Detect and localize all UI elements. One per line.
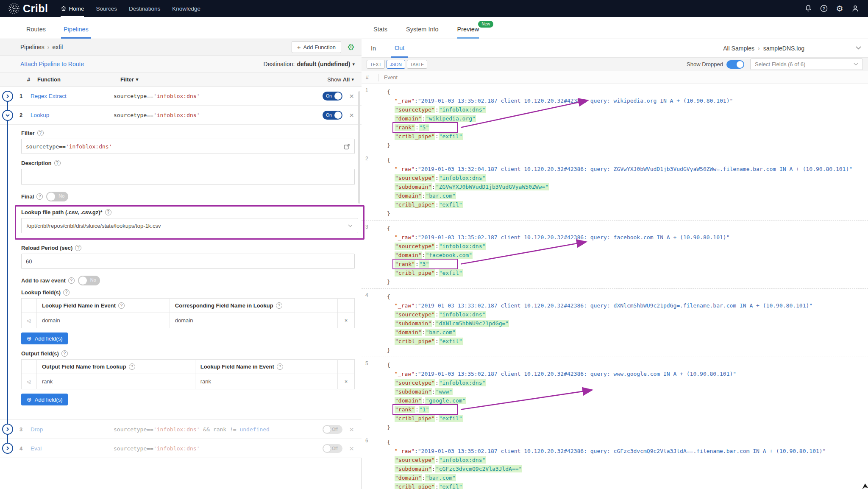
output-field-event-input[interactable]: rank xyxy=(195,374,337,389)
col-filter[interactable]: Filter ▾ xyxy=(120,76,327,83)
add-to-raw-toggle[interactable]: No xyxy=(78,276,100,285)
function-row-drop[interactable]: ⣿3Dropsourcetype=='infoblox:dns' && rank… xyxy=(0,420,362,439)
help-icon[interactable]: ? xyxy=(61,350,68,357)
pipeline-settings-gear-icon[interactable]: ⚙ xyxy=(347,43,355,51)
final-toggle[interactable]: No xyxy=(46,192,68,201)
json-key: "sourcetype" xyxy=(395,243,435,250)
add-lookup-fields-button[interactable]: ⊕ Add field(s) xyxy=(21,333,68,344)
lookup-fields-label: Lookup field(s)? xyxy=(21,289,355,296)
remove-row-icon[interactable]: × xyxy=(338,313,355,328)
function-enabled-toggle[interactable]: Off xyxy=(323,425,342,434)
help-icon[interactable]: ? xyxy=(75,245,81,251)
select-fields-dropdown[interactable]: Select Fields (6 of 6) xyxy=(750,59,863,70)
json-value: "bar.com" xyxy=(425,329,456,336)
toggle-state-label: No xyxy=(90,277,96,282)
reload-period-value: 60 xyxy=(26,258,32,265)
nav-item-sources[interactable]: Sources xyxy=(96,0,117,17)
tab-preview[interactable]: Preview New xyxy=(457,26,479,39)
help-icon[interactable]: ? xyxy=(276,302,282,309)
collapse-function-1-button[interactable] xyxy=(2,91,13,102)
remove-function-icon[interactable]: × xyxy=(349,111,354,119)
help-icon[interactable]: ? xyxy=(54,160,61,166)
help-icon[interactable]: ? xyxy=(36,193,43,200)
view-mode-table[interactable]: TABLE xyxy=(407,60,427,69)
drag-handle-icon[interactable]: ⩿ xyxy=(22,313,37,328)
chevron-down-icon: ▾ xyxy=(352,61,355,67)
show-dropped-toggle[interactable] xyxy=(726,60,744,69)
help-icon[interactable]: ? xyxy=(820,4,828,13)
pipeline-editor-panel: Routes Pipelines Pipelines › exfil + Add… xyxy=(0,17,362,489)
sample-breadcrumb[interactable]: All Samples › sampleDNS.log xyxy=(723,39,804,58)
breadcrumb-root[interactable]: Pipelines xyxy=(20,44,45,50)
user-account-icon[interactable] xyxy=(851,4,860,13)
event-field-rank: "rank":"3" xyxy=(362,260,868,268)
function-row-lookup[interactable]: ⣿2Lookupsourcetype=='infoblox:dns'On× xyxy=(0,106,362,125)
event-row[interactable]: 5{"_raw":"2019-01-03 13:35:02.187 client… xyxy=(362,357,868,434)
notifications-bell-icon[interactable] xyxy=(804,4,812,13)
event-row[interactable]: 6{"_raw":"2019-01-03 13:35:02.187 client… xyxy=(362,434,868,489)
function-name-link[interactable]: Lookup xyxy=(31,112,114,118)
description-input[interactable] xyxy=(21,169,355,185)
add-function-button[interactable]: + Add Function xyxy=(292,41,341,53)
json-value: "infoblox:dns" xyxy=(439,243,486,250)
lookup-path-select[interactable]: /opt/cribl/repos/cribl/dist/sluice/state… xyxy=(21,218,358,233)
toggle-knob xyxy=(334,92,342,100)
destination-selector[interactable]: Destination: default (undefined) ▾ xyxy=(264,61,355,67)
help-icon[interactable]: ? xyxy=(68,277,75,284)
lookup-field-event-input[interactable]: domain xyxy=(37,313,170,328)
help-icon[interactable]: ? xyxy=(277,363,283,370)
remove-function-icon[interactable]: × xyxy=(349,425,354,433)
tab-in[interactable]: In xyxy=(368,39,378,58)
event-row[interactable]: 2{"_raw":"2019-01-03 13:32:04.187 client… xyxy=(362,152,868,221)
filter-input[interactable]: sourcetype=='infoblox:dns' xyxy=(21,139,355,154)
help-icon[interactable]: ? xyxy=(37,130,44,136)
settings-gear-icon[interactable]: ⚙ xyxy=(835,4,844,13)
collapse-function-3-button[interactable] xyxy=(2,424,13,435)
tab-system-info[interactable]: System Info xyxy=(406,26,439,39)
attach-pipeline-link[interactable]: Attach Pipeline to Route xyxy=(20,61,84,67)
view-mode-json[interactable]: JSON xyxy=(387,60,405,69)
app-body: Routes Pipelines Pipelines › exfil + Add… xyxy=(0,17,868,489)
function-name-link[interactable]: Regex Extract xyxy=(31,93,114,99)
tab-pipelines[interactable]: Pipelines xyxy=(61,26,91,39)
cribl-logo[interactable]: Cribl xyxy=(8,3,48,15)
nav-item-knowledge[interactable]: Knowledge xyxy=(172,0,200,17)
expand-editor-icon[interactable] xyxy=(344,143,350,150)
event-row[interactable]: 1{"_raw":"2019-01-03 13:35:02.187 client… xyxy=(362,84,868,152)
event-list[interactable]: 1{"_raw":"2019-01-03 13:35:02.187 client… xyxy=(362,84,868,489)
drag-handle-icon[interactable]: ⩿ xyxy=(22,374,37,389)
function-row-regex-extract[interactable]: ⣿1Regex Extractsourcetype=='infoblox:dns… xyxy=(0,87,362,106)
show-all-dropdown[interactable]: Show All ▾ xyxy=(327,76,354,83)
remove-function-icon[interactable]: × xyxy=(349,444,354,453)
nav-item-home[interactable]: Home xyxy=(61,0,84,17)
left-panel-scrollbar[interactable] xyxy=(358,91,360,204)
function-name-link[interactable]: Drop xyxy=(31,426,114,433)
lookup-field-lookup-input[interactable]: domain xyxy=(170,313,337,328)
function-enabled-toggle[interactable]: On xyxy=(323,111,342,120)
help-icon[interactable]: ? xyxy=(63,289,70,296)
tab-routes[interactable]: Routes xyxy=(24,26,48,39)
reload-period-input[interactable]: 60 xyxy=(21,254,355,269)
tab-stats[interactable]: Stats xyxy=(373,26,387,39)
tab-out[interactable]: Out xyxy=(391,39,408,58)
add-output-fields-button[interactable]: ⊕ Add field(s) xyxy=(21,394,68,405)
function-enabled-toggle[interactable]: Off xyxy=(323,444,342,453)
collapse-function-4-button[interactable] xyxy=(2,443,13,454)
function-name-link[interactable]: Eval xyxy=(31,445,114,452)
event-row[interactable]: 4{"_raw":"2019-01-03 13:33:02.187 client… xyxy=(362,289,868,357)
remove-function-icon[interactable]: × xyxy=(349,92,354,100)
function-enabled-toggle[interactable]: On xyxy=(323,92,342,101)
view-mode-text[interactable]: TEXT xyxy=(367,60,385,69)
output-field-lookup-input[interactable]: rank xyxy=(37,374,195,389)
help-icon[interactable]: ? xyxy=(118,302,125,309)
help-icon[interactable]: ? xyxy=(105,209,111,215)
nav-item-destinations[interactable]: Destinations xyxy=(129,0,160,17)
remove-row-icon[interactable]: × xyxy=(338,374,355,389)
function-filter-expression: sourcetype=='infoblox:dns' xyxy=(114,112,323,118)
col-number: # xyxy=(27,76,37,83)
collapse-function-2-button[interactable] xyxy=(2,110,13,121)
function-row-eval[interactable]: ⣿4Evalsourcetype=='infoblox:dns'Off× xyxy=(0,439,362,458)
help-icon[interactable]: ? xyxy=(129,363,135,370)
chevron-down-icon[interactable] xyxy=(856,46,861,50)
event-row[interactable]: 3{"_raw":"2019-01-03 13:35:02.187 client… xyxy=(362,221,868,289)
